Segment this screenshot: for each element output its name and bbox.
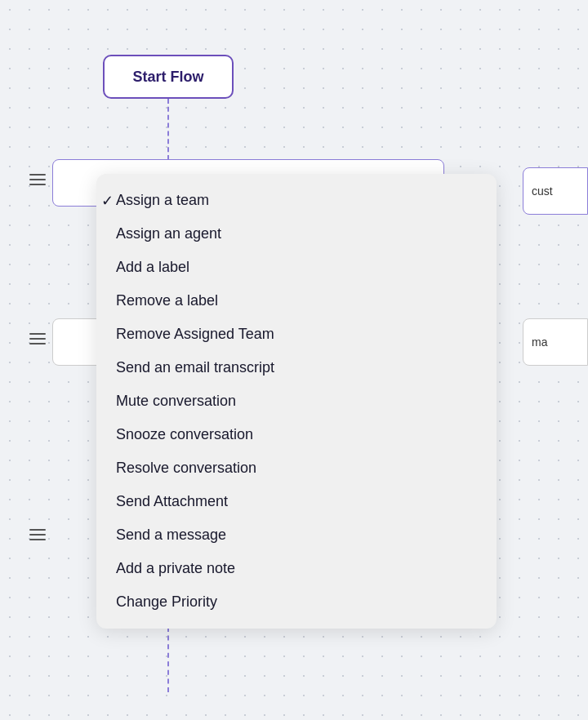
right-partial-block-1: cust <box>523 167 588 215</box>
dropdown-item-assign-agent[interactable]: Assign an agent <box>96 217 497 251</box>
dropdown-menu: ✓Assign a teamAssign an agentAdd a label… <box>96 174 497 629</box>
canvas: Start Flow cust ma <box>0 0 588 720</box>
dropdown-item-label: Send an email transcript <box>116 359 274 376</box>
checkmark-icon: ✓ <box>101 192 114 210</box>
right-partial-block-2: ma <box>523 318 588 366</box>
dropdown-item-label: Assign an agent <box>116 225 221 242</box>
dropdown-item-remove-assigned-team[interactable]: Remove Assigned Team <box>96 318 497 351</box>
connector-line-bottom <box>167 627 169 692</box>
dropdown-item-remove-label[interactable]: Remove a label <box>96 284 497 318</box>
action-row-3 <box>29 514 46 540</box>
start-flow-label: Start Flow <box>132 69 203 86</box>
right-partial-text-2: ma <box>532 336 547 349</box>
dropdown-item-send-attachment[interactable]: Send Attachment <box>96 485 497 518</box>
dropdown-item-send-email-transcript[interactable]: Send an email transcript <box>96 351 497 384</box>
dropdown-item-label: Resolve conversation <box>116 460 256 477</box>
dropdown-item-label: Mute conversation <box>116 393 236 410</box>
dropdown-item-assign-team[interactable]: ✓Assign a team <box>96 184 497 217</box>
dropdown-item-add-private-note[interactable]: Add a private note <box>96 552 497 585</box>
connector-line-top <box>167 99 169 160</box>
start-flow-node[interactable]: Start Flow <box>103 55 234 99</box>
hamburger-icon-1[interactable] <box>29 159 46 185</box>
dropdown-item-change-priority[interactable]: Change Priority <box>96 585 497 619</box>
dropdown-item-label: Snooze conversation <box>116 426 253 443</box>
dropdown-item-label: Remove a label <box>116 292 218 309</box>
dropdown-item-label: Add a label <box>116 259 189 276</box>
dropdown-item-snooze-conversation[interactable]: Snooze conversation <box>96 418 497 451</box>
dropdown-item-label: Send a message <box>116 527 226 544</box>
dropdown-item-label: Remove Assigned Team <box>116 326 274 343</box>
hamburger-icon-3[interactable] <box>29 514 46 540</box>
dropdown-item-resolve-conversation[interactable]: Resolve conversation <box>96 451 497 485</box>
dropdown-item-label: Send Attachment <box>116 493 228 510</box>
hamburger-icon-2[interactable] <box>29 318 46 344</box>
dropdown-item-send-message[interactable]: Send a message <box>96 518 497 552</box>
dropdown-item-label: Change Priority <box>116 593 217 611</box>
right-partial-text-1: cust <box>532 184 553 198</box>
dropdown-item-label: Assign a team <box>116 192 209 209</box>
dropdown-item-mute-conversation[interactable]: Mute conversation <box>96 384 497 418</box>
dropdown-item-label: Add a private note <box>116 560 235 577</box>
dropdown-item-add-label[interactable]: Add a label <box>96 251 497 284</box>
